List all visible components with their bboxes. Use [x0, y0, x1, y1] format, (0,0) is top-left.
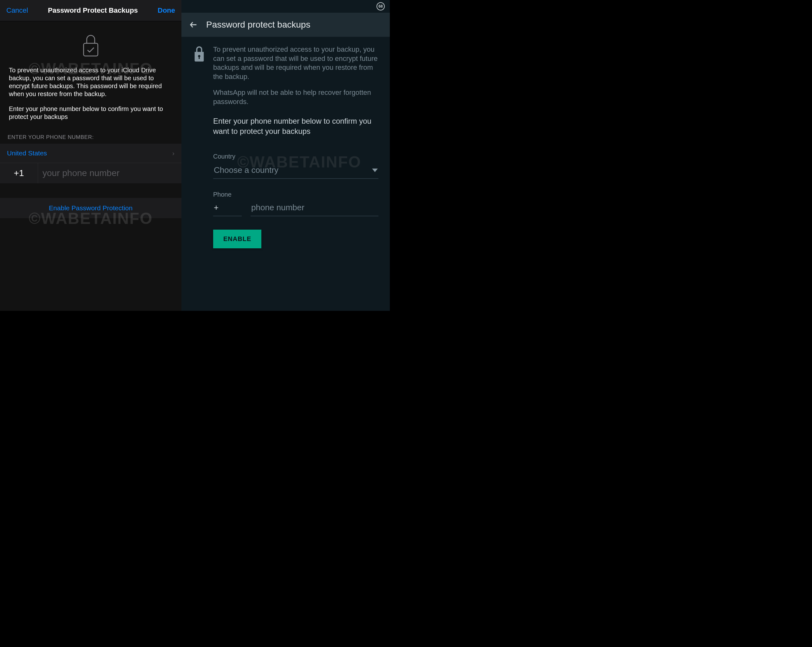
country-selector[interactable]: United States ›	[0, 143, 182, 163]
status-bar: 68	[182, 0, 390, 13]
back-arrow-icon[interactable]	[189, 20, 198, 29]
phone-row: +1	[0, 163, 182, 183]
ios-navbar: Cancel Password Protect Backups Done	[0, 0, 182, 21]
ios-screen: Cancel Password Protect Backups Done To …	[0, 0, 182, 311]
cancel-button[interactable]: Cancel	[6, 6, 28, 15]
phone-label: Phone	[213, 191, 379, 198]
instruction-text: To prevent unauthorized access to your i…	[8, 66, 174, 125]
enable-button[interactable]: ENABLE	[213, 230, 261, 248]
country-name: United States	[7, 150, 47, 157]
country-dropdown[interactable]: Choose a country	[213, 163, 379, 179]
phone-input[interactable]	[38, 163, 182, 183]
section-header-phone: ENTER YOUR PHONE NUMBER:	[0, 125, 182, 143]
chevron-down-icon	[372, 168, 378, 173]
phone-input-group: United States › +1	[0, 143, 182, 183]
android-screen: 68 Password protect backups To prevent u…	[182, 0, 390, 311]
android-content: To prevent unauthorized access to your b…	[182, 37, 390, 248]
svg-rect-0	[84, 43, 98, 56]
dial-code: +1	[0, 163, 38, 183]
instruction-paragraph-2: WhatsApp will not be able to help recove…	[213, 88, 379, 106]
done-button[interactable]: Done	[158, 6, 175, 15]
chevron-right-icon: ›	[172, 150, 174, 157]
ios-content: To prevent unauthorized access to your i…	[0, 21, 182, 125]
instruction-paragraph-1: To prevent unauthorized access to your i…	[9, 66, 172, 98]
country-placeholder: Choose a country	[214, 165, 278, 175]
enable-password-protection-button[interactable]: Enable Password Protection	[0, 198, 182, 218]
instruction-text: To prevent unauthorized access to your b…	[213, 45, 379, 107]
instruction-paragraph-2: Enter your phone number below to confirm…	[9, 105, 172, 121]
phone-input[interactable]	[251, 203, 378, 212]
page-title: Password protect backups	[206, 20, 310, 30]
confirm-text: Enter your phone number below to confirm…	[193, 107, 379, 137]
dial-code-input[interactable]: +	[213, 201, 242, 216]
lock-icon	[193, 46, 206, 61]
page-title: Password Protect Backups	[48, 6, 138, 15]
notification-count-badge: 68	[377, 2, 385, 11]
android-appbar: Password protect backups	[182, 13, 390, 37]
lock-check-icon	[8, 30, 174, 66]
instruction-paragraph-1: To prevent unauthorized access to your b…	[213, 45, 379, 81]
country-label: Country	[213, 153, 379, 160]
phone-form: Country Choose a country Phone +	[193, 136, 379, 216]
